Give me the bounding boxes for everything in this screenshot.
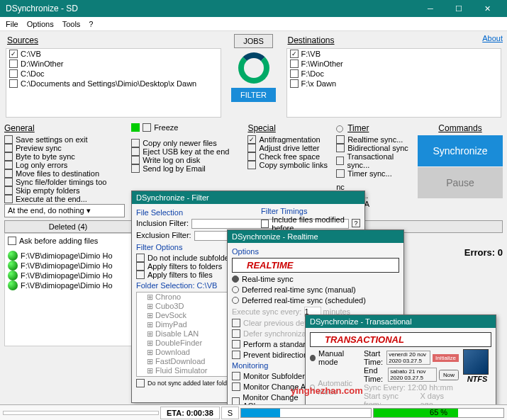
source-checkbox[interactable] xyxy=(9,79,18,88)
filter-opt-1-checkbox[interactable] xyxy=(136,262,145,271)
general-5-checkbox[interactable] xyxy=(4,178,13,186)
filter-dialog-title: DSynchronize - Filter xyxy=(132,191,364,204)
sources-list[interactable]: C:\VBD:\WinOtherC:\DocC:\Documents and S… xyxy=(6,48,221,118)
source-checkbox[interactable] xyxy=(9,59,18,68)
general-0-checkbox[interactable] xyxy=(4,135,13,144)
source-path: C:\Documents and Settings\Dimio\Desktop\… xyxy=(21,79,196,88)
general-2-checkbox[interactable] xyxy=(4,152,13,161)
rt-radio-1[interactable] xyxy=(232,276,239,283)
maximize-button[interactable]: ☐ xyxy=(445,4,473,13)
end-time-field[interactable]: sabato 21 nov 2020 03.27.5 xyxy=(388,368,437,382)
destination-checkbox[interactable] xyxy=(290,50,299,58)
special-0-label: Antifragmentation xyxy=(259,135,320,144)
status-s-cell: S xyxy=(221,407,239,419)
minimize-button[interactable]: ─ xyxy=(416,4,445,13)
timer-1-checkbox[interactable] xyxy=(336,144,345,152)
general-4-checkbox[interactable] xyxy=(4,169,13,178)
destination-item[interactable]: F:\x Dawn xyxy=(287,79,501,89)
freeze-1-label: Eject USB key at the end xyxy=(143,147,229,156)
exec-every-label: Execute sync every: xyxy=(232,307,301,316)
watermark: yinghezhan.com xyxy=(291,385,363,396)
deleted-item[interactable]: F:\VB\dimiopage\Dimio Ho xyxy=(8,280,128,290)
initialize-button[interactable]: Initialize xyxy=(433,354,459,362)
close-button[interactable]: ✕ xyxy=(473,4,501,13)
rt-radio-2[interactable] xyxy=(232,286,239,293)
destination-item[interactable]: F:\VB xyxy=(287,49,501,59)
timer-2-checkbox[interactable] xyxy=(336,157,344,165)
source-checkbox[interactable] xyxy=(9,50,18,58)
menu-tools[interactable]: Tools xyxy=(60,18,84,30)
perform-std-checkbox[interactable] xyxy=(232,340,240,348)
general-3-label: Log only errors xyxy=(16,161,67,169)
end-action-select[interactable]: At the end, do nothing ▾ xyxy=(4,204,125,217)
general-1-checkbox[interactable] xyxy=(4,144,13,152)
now-button[interactable]: Now xyxy=(439,370,459,380)
freeze-0-checkbox[interactable] xyxy=(131,139,140,147)
deleted-item[interactable]: F:\VB\dimiopage\Dimio Ho xyxy=(8,271,128,280)
source-item[interactable]: D:\WinOther xyxy=(6,59,221,69)
general-2-label: Byte to byte sync xyxy=(16,152,75,161)
source-checkbox[interactable] xyxy=(9,69,18,78)
deleted-path: F:\VB\dimiopage\Dimio Ho xyxy=(21,261,113,270)
freeze-2-checkbox[interactable] xyxy=(131,156,140,164)
deleted-header: Deleted (4) xyxy=(4,220,132,233)
status-ok-icon xyxy=(8,261,18,271)
filter-opt-0-checkbox[interactable] xyxy=(136,254,145,262)
general-3-checkbox[interactable] xyxy=(4,161,13,169)
window-title: DSynchronize - SD xyxy=(6,4,416,13)
rt-radio-1-label: Real-time sync xyxy=(242,275,294,283)
jobs-button[interactable]: JOBS xyxy=(234,34,273,48)
general-7-checkbox[interactable] xyxy=(4,195,13,203)
destination-checkbox[interactable] xyxy=(290,69,299,78)
source-item[interactable]: C:\VB xyxy=(6,49,221,59)
timer-1-label: Bidirectional sync xyxy=(347,144,408,152)
destination-path: F:\WinOther xyxy=(301,59,343,68)
menu-options[interactable]: Options xyxy=(24,18,57,30)
prevent-loop-checkbox[interactable] xyxy=(232,351,240,359)
rt-radio-3[interactable] xyxy=(232,297,239,304)
filter-opt-2-checkbox[interactable] xyxy=(136,271,145,279)
status-ok-icon xyxy=(8,280,18,290)
source-item[interactable]: C:\Documents and Settings\Dimio\Desktop\… xyxy=(6,79,221,89)
special-0-checkbox[interactable] xyxy=(247,135,256,144)
freeze-label: Freeze xyxy=(154,123,178,132)
freeze-checkbox[interactable] xyxy=(143,123,151,132)
start-time-field[interactable]: venerdì 20 nov 2020 03.27.5 xyxy=(386,351,430,365)
special-3-checkbox[interactable] xyxy=(247,161,256,169)
about-link[interactable]: About xyxy=(482,34,503,47)
destination-item[interactable]: F:\Doc xyxy=(287,69,501,79)
general-title: General xyxy=(4,123,127,133)
ask-before-checkbox[interactable] xyxy=(8,237,16,245)
destination-checkbox[interactable] xyxy=(290,79,299,88)
pause-button[interactable]: Pause xyxy=(418,167,503,198)
no-sync-later-checkbox[interactable] xyxy=(136,379,145,387)
source-item[interactable]: C:\Doc xyxy=(6,69,221,79)
clear-prev-checkbox[interactable] xyxy=(232,319,240,327)
mon-attr-checkbox[interactable] xyxy=(232,382,240,391)
incl-before-checkbox[interactable] xyxy=(261,220,269,228)
timer-3-checkbox[interactable] xyxy=(336,169,345,178)
deleted-item[interactable]: F:\VB\dimiopage\Dimio Ho xyxy=(8,251,128,261)
special-1-checkbox[interactable] xyxy=(247,144,256,152)
filter-button[interactable]: FILTER xyxy=(231,88,276,102)
general-6-checkbox[interactable] xyxy=(4,186,13,195)
freeze-3-checkbox[interactable] xyxy=(131,164,140,173)
synchronize-button[interactable]: Synchronize xyxy=(418,135,503,166)
filter-opt-1-label: Apply filters to folders xyxy=(147,262,222,271)
special-2-checkbox[interactable] xyxy=(247,152,256,161)
freeze-1-checkbox[interactable] xyxy=(131,147,140,156)
source-path: D:\WinOther xyxy=(21,59,64,68)
menu-file[interactable]: File xyxy=(3,18,21,30)
timer-0-checkbox[interactable] xyxy=(336,135,345,144)
destination-item[interactable]: F:\WinOther xyxy=(287,59,501,69)
special-title: Special xyxy=(247,123,332,133)
mon-sub-checkbox[interactable] xyxy=(232,372,240,380)
menu-help[interactable]: ? xyxy=(86,18,96,30)
deleted-item[interactable]: F:\VB\dimiopage\Dimio Ho xyxy=(8,261,128,271)
manual-radio[interactable] xyxy=(310,355,316,361)
destination-checkbox[interactable] xyxy=(290,59,299,68)
defer-checkbox[interactable] xyxy=(232,329,240,338)
ntfs-label: NTFS xyxy=(467,375,488,383)
destinations-list[interactable]: F:\VBF:\WinOtherF:\DocF:\x Dawn xyxy=(286,48,502,118)
ntfs-icon xyxy=(463,349,489,375)
